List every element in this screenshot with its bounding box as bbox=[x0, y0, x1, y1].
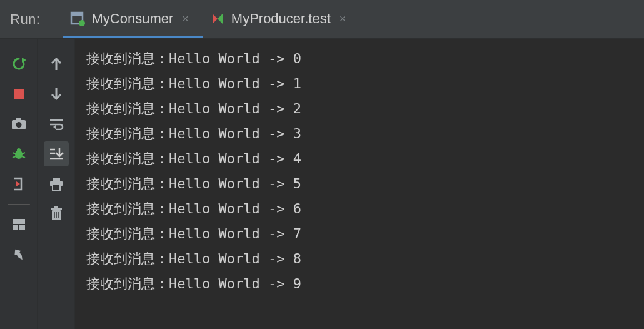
app-run-icon bbox=[70, 11, 85, 26]
svg-rect-34 bbox=[54, 206, 58, 208]
tab-label: MyProducer.test bbox=[231, 11, 331, 27]
svg-line-11 bbox=[13, 153, 16, 154]
console-line: 接收到消息：Hello World -> 1 bbox=[86, 71, 644, 96]
console-line: 接收到消息：Hello World -> 2 bbox=[86, 96, 644, 121]
scroll-down-button[interactable] bbox=[44, 81, 69, 106]
arrow-up-icon bbox=[50, 56, 63, 71]
svg-rect-6 bbox=[14, 89, 24, 99]
test-run-icon bbox=[210, 11, 225, 26]
stop-button[interactable] bbox=[6, 81, 31, 106]
svg-rect-8 bbox=[16, 118, 21, 121]
layout-icon bbox=[12, 218, 26, 231]
scroll-to-end-button[interactable] bbox=[44, 141, 69, 166]
svg-point-15 bbox=[17, 148, 21, 152]
svg-rect-1 bbox=[71, 13, 83, 16]
layout-button[interactable] bbox=[6, 212, 31, 237]
printer-icon bbox=[49, 177, 64, 191]
run-toolbar-primary bbox=[0, 39, 38, 329]
exit-button[interactable] bbox=[6, 171, 31, 196]
tab-myconsumer[interactable]: MyConsumer × bbox=[63, 0, 202, 38]
clear-all-button[interactable] bbox=[44, 201, 69, 226]
svg-rect-33 bbox=[51, 208, 62, 210]
svg-rect-18 bbox=[13, 225, 18, 230]
svg-marker-3 bbox=[213, 14, 218, 24]
close-icon[interactable]: × bbox=[182, 13, 189, 24]
svg-rect-19 bbox=[19, 225, 25, 230]
rerun-button[interactable] bbox=[6, 51, 31, 76]
svg-line-13 bbox=[13, 156, 16, 158]
bug-icon bbox=[11, 146, 26, 161]
console-line: 接收到消息：Hello World -> 5 bbox=[86, 171, 644, 196]
run-label: Run: bbox=[10, 11, 40, 28]
soft-wrap-icon bbox=[49, 118, 64, 130]
tab-myproducer-test[interactable]: MyProducer.test × bbox=[203, 0, 360, 38]
svg-line-14 bbox=[22, 156, 25, 158]
pin-button[interactable] bbox=[6, 242, 31, 267]
arrow-down-icon bbox=[50, 86, 63, 101]
stop-icon bbox=[13, 88, 25, 100]
soft-wrap-button[interactable] bbox=[44, 111, 69, 136]
console-line: 接收到消息：Hello World -> 8 bbox=[86, 246, 644, 271]
scroll-end-icon bbox=[49, 147, 64, 161]
close-icon[interactable]: × bbox=[340, 13, 346, 24]
console-output[interactable]: 接收到消息：Hello World -> 0 接收到消息：Hello World… bbox=[75, 39, 644, 329]
svg-rect-31 bbox=[53, 185, 60, 190]
console-line: 接收到消息：Hello World -> 3 bbox=[86, 121, 644, 146]
svg-line-12 bbox=[22, 153, 25, 154]
svg-marker-20 bbox=[13, 248, 25, 261]
svg-marker-4 bbox=[218, 14, 223, 24]
run-tool-window-body: 接收到消息：Hello World -> 0 接收到消息：Hello World… bbox=[0, 39, 644, 329]
pin-icon bbox=[13, 248, 25, 261]
tab-label: MyConsumer bbox=[91, 11, 173, 27]
debug-button[interactable] bbox=[6, 141, 31, 166]
svg-rect-17 bbox=[13, 219, 25, 224]
dump-threads-button[interactable] bbox=[6, 111, 31, 136]
console-line: 接收到消息：Hello World -> 0 bbox=[86, 46, 644, 71]
run-toolbar-secondary bbox=[38, 39, 75, 329]
console-line: 接收到消息：Hello World -> 4 bbox=[86, 146, 644, 171]
scroll-up-button[interactable] bbox=[44, 51, 69, 76]
console-line: 接收到消息：Hello World -> 7 bbox=[86, 221, 644, 246]
svg-marker-16 bbox=[16, 181, 20, 186]
svg-point-9 bbox=[16, 122, 21, 128]
trash-icon bbox=[50, 206, 63, 221]
camera-icon bbox=[11, 118, 26, 130]
console-line: 接收到消息：Hello World -> 9 bbox=[86, 271, 644, 296]
print-button[interactable] bbox=[44, 171, 69, 196]
run-tabs: MyConsumer × MyProducer.test × bbox=[63, 0, 360, 38]
console-line: 接收到消息：Hello World -> 6 bbox=[86, 196, 644, 221]
svg-point-2 bbox=[79, 20, 85, 26]
svg-rect-29 bbox=[53, 178, 60, 181]
run-tool-window-header: Run: MyConsumer × MyProducer.test × bbox=[0, 0, 644, 39]
toolbar-separator bbox=[8, 204, 30, 205]
rerun-icon bbox=[11, 56, 26, 71]
exit-icon bbox=[11, 176, 26, 191]
